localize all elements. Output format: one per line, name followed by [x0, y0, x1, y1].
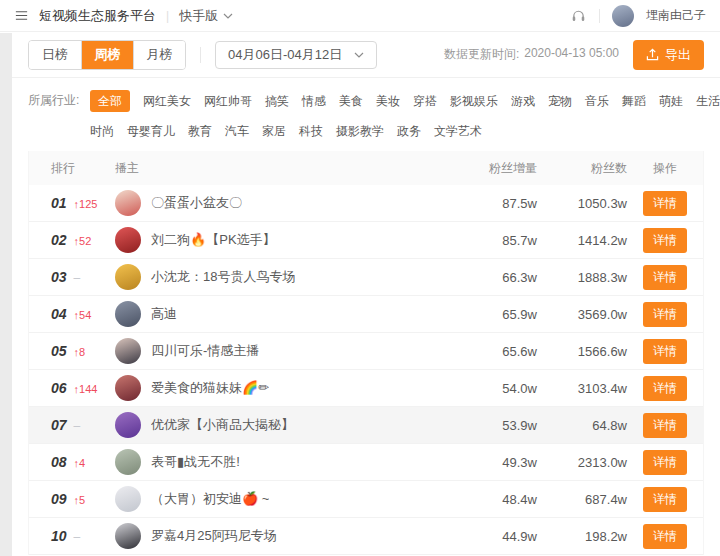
broadcaster-name: 优优家【小商品大揭秘】	[151, 416, 294, 434]
filter-item[interactable]: 母婴育儿	[127, 121, 175, 141]
avatar	[115, 190, 141, 216]
detail-button[interactable]: 详情	[643, 191, 687, 216]
filter-item[interactable]: 美食	[339, 91, 363, 111]
menu-fold-icon[interactable]	[14, 8, 29, 23]
table-row[interactable]: 06↑144爱美食的猫妹妹🌈✏54.0w3103.4w详情	[29, 370, 703, 407]
filter-item[interactable]: 舞蹈	[622, 91, 646, 111]
rank-cell: 06↑144	[29, 380, 115, 396]
filter-item[interactable]: 穿搭	[413, 91, 437, 111]
table-row[interactable]: 05↑8四川可乐-情感主播65.6w1566.6w详情	[29, 333, 703, 370]
filter-item[interactable]: 网红帅哥	[204, 91, 252, 111]
filter-item[interactable]: 科技	[299, 121, 323, 141]
filter-item[interactable]: 搞笑	[265, 91, 289, 111]
table-row[interactable]: 01↑125〇蛋蛋小盆友〇87.5w1050.3w详情	[29, 185, 703, 222]
filter-item[interactable]: 教育	[188, 121, 212, 141]
filter-item[interactable]: 游戏	[511, 91, 535, 111]
export-icon	[646, 48, 659, 61]
avatar	[115, 227, 141, 253]
rank-tabs: 日榜周榜月榜	[28, 40, 186, 70]
filter-item[interactable]: 情感	[302, 91, 326, 111]
filter-item-all[interactable]: 全部	[90, 90, 130, 112]
fans-growth-value: 87.5w	[447, 196, 537, 211]
chevron-down-icon	[354, 52, 364, 58]
table-row[interactable]: 08↑4表哥▮战无不胜!49.3w2313.0w详情	[29, 444, 703, 481]
detail-button[interactable]: 详情	[643, 228, 687, 253]
table-row[interactable]: 02↑52刘二狗🔥【PK选手】85.7w1414.2w详情	[29, 222, 703, 259]
broadcaster-name: 四川可乐-情感主播	[151, 342, 259, 360]
column-fans-growth: 粉丝增量	[447, 160, 537, 177]
detail-button[interactable]: 详情	[643, 302, 687, 327]
filter-item[interactable]: 网红美女	[143, 91, 191, 111]
table-header: 排行 播主 粉丝增量 粉丝数 操作	[29, 151, 703, 185]
filter-item[interactable]: 萌娃	[659, 91, 683, 111]
version-selector[interactable]: 快手版	[179, 7, 233, 25]
filter-row-1: 全部 网红美女网红帅哥搞笑情感美食美妆穿搭影视娱乐游戏宠物音乐舞蹈萌娃生活健康体…	[90, 90, 720, 112]
table-row[interactable]: 09↑5（大胃）初安迪🍎 ~48.4w687.4w详情	[29, 481, 703, 518]
table-row[interactable]: 04↑54高迪65.9w3569.0w详情	[29, 296, 703, 333]
fans-total-value: 64.8w	[537, 418, 627, 433]
headset-icon[interactable]	[570, 7, 587, 24]
action-cell: 详情	[627, 376, 703, 401]
table-row[interactable]: 10–罗嘉4月25阿玛尼专场44.9w198.2w详情	[29, 518, 703, 555]
filter-item[interactable]: 家居	[262, 121, 286, 141]
broadcaster-cell: 小沈龙：18号贵人鸟专场	[115, 264, 447, 290]
fans-growth-value: 49.3w	[447, 455, 537, 470]
fans-total-value: 3103.4w	[537, 381, 627, 396]
user-avatar[interactable]	[612, 5, 634, 27]
rank-number: 09	[51, 491, 67, 507]
avatar	[115, 412, 141, 438]
title-divider: |	[166, 9, 169, 23]
table-row[interactable]: 07–优优家【小商品大揭秘】53.9w64.8w详情	[29, 407, 703, 444]
fans-growth-value: 53.9w	[447, 418, 537, 433]
filter-item[interactable]: 宠物	[548, 91, 572, 111]
update-time: 数据更新时间: 2020-04-13 05:00	[444, 46, 619, 63]
broadcaster-cell: 罗嘉4月25阿玛尼专场	[115, 523, 447, 549]
export-button[interactable]: 导出	[633, 40, 704, 70]
column-action: 操作	[627, 160, 703, 177]
broadcaster-cell: （大胃）初安迪🍎 ~	[115, 486, 447, 512]
header-divider	[599, 9, 600, 23]
filter-item[interactable]: 时尚	[90, 121, 114, 141]
rank-tab[interactable]: 周榜	[81, 41, 133, 69]
rank-cell: 03–	[29, 269, 115, 285]
broadcaster-cell: 刘二狗🔥【PK选手】	[115, 227, 447, 253]
rank-cell: 09↑5	[29, 491, 115, 507]
filter-item[interactable]: 音乐	[585, 91, 609, 111]
left-strip	[0, 33, 12, 556]
column-rank: 排行	[29, 160, 115, 177]
filter-item[interactable]: 生活	[696, 91, 720, 111]
chevron-down-icon	[223, 13, 233, 19]
avatar	[115, 375, 141, 401]
filter-item[interactable]: 影视娱乐	[450, 91, 498, 111]
detail-button[interactable]: 详情	[643, 339, 687, 364]
app-header: 短视频生态服务平台 | 快手版 埋南由己子	[0, 0, 720, 32]
detail-button[interactable]: 详情	[643, 450, 687, 475]
broadcaster-name: 罗嘉4月25阿玛尼专场	[151, 527, 277, 545]
detail-button[interactable]: 详情	[643, 413, 687, 438]
rank-tab[interactable]: 月榜	[133, 41, 185, 69]
column-broadcaster: 播主	[115, 160, 447, 177]
filter-item[interactable]: 美妆	[376, 91, 400, 111]
rank-tab[interactable]: 日榜	[29, 41, 81, 69]
broadcaster-cell: 优优家【小商品大揭秘】	[115, 412, 447, 438]
filter-item[interactable]: 摄影教学	[336, 121, 384, 141]
broadcaster-name: 高迪	[151, 305, 177, 323]
trend-indicator: –	[74, 271, 81, 285]
avatar	[115, 301, 141, 327]
detail-button[interactable]: 详情	[643, 487, 687, 512]
filter-item[interactable]: 文学艺术	[434, 121, 482, 141]
broadcaster-cell: 〇蛋蛋小盆友〇	[115, 190, 447, 216]
date-range-select[interactable]: 04月06日-04月12日	[215, 41, 377, 69]
avatar	[115, 338, 141, 364]
industry-filters: 所属行业: 全部 网红美女网红帅哥搞笑情感美食美妆穿搭影视娱乐游戏宠物音乐舞蹈萌…	[12, 78, 720, 147]
filter-item[interactable]: 政务	[397, 121, 421, 141]
fans-growth-value: 66.3w	[447, 270, 537, 285]
broadcaster-name: （大胃）初安迪🍎 ~	[151, 490, 269, 508]
detail-button[interactable]: 详情	[643, 524, 687, 549]
filter-item[interactable]: 汽车	[225, 121, 249, 141]
avatar	[115, 486, 141, 512]
detail-button[interactable]: 详情	[643, 265, 687, 290]
trend-indicator: ↑4	[74, 457, 86, 469]
table-row[interactable]: 03–小沈龙：18号贵人鸟专场66.3w1888.3w详情	[29, 259, 703, 296]
detail-button[interactable]: 详情	[643, 376, 687, 401]
